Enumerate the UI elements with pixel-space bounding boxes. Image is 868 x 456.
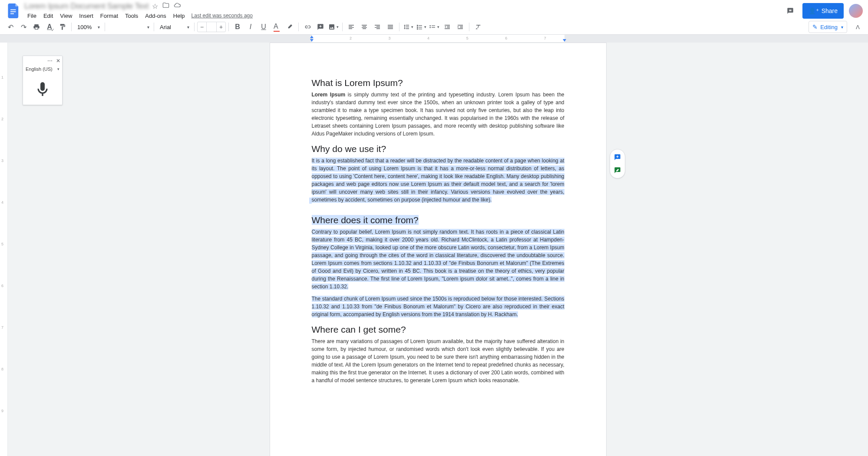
align-center-button[interactable] <box>358 21 370 33</box>
person-icon: 👤⁺ <box>809 7 819 14</box>
align-left-button[interactable] <box>345 21 357 33</box>
font-size-control: − + <box>197 22 226 32</box>
line-spacing-button[interactable] <box>402 21 414 33</box>
spellcheck-button[interactable]: A✓ <box>43 21 56 33</box>
menu-file[interactable]: File <box>24 12 40 20</box>
insert-link-button[interactable] <box>301 21 314 33</box>
print-button[interactable] <box>30 21 43 33</box>
star-icon[interactable]: ☆ <box>152 2 158 10</box>
font-family-select[interactable]: Arial <box>157 22 191 32</box>
toolbar: ↶ ↷ A✓ 100% Arial − + B I U A Editing ᐱ <box>0 19 868 35</box>
menu-bar: File Edit View Insert Format Tools Add-o… <box>24 11 783 20</box>
clear-formatting-button[interactable] <box>472 21 484 33</box>
text-color-button[interactable]: A <box>271 21 283 33</box>
hide-menus-button[interactable]: ᐱ <box>851 21 864 33</box>
menu-tools[interactable]: Tools <box>122 12 141 20</box>
open-comments-icon[interactable] <box>783 4 797 18</box>
svg-rect-1 <box>10 11 16 12</box>
svg-rect-0 <box>10 10 16 10</box>
increase-indent-button[interactable] <box>454 21 466 33</box>
bold-button[interactable]: B <box>231 21 244 33</box>
underline-button[interactable]: U <box>257 21 270 33</box>
paint-format-button[interactable] <box>56 21 69 33</box>
align-justify-button[interactable] <box>384 21 396 33</box>
zoom-select[interactable]: 100% <box>74 22 102 32</box>
undo-button[interactable]: ↶ <box>4 21 17 33</box>
document-title[interactable]: Lorem Ipsum Document Sample Text <box>24 2 149 11</box>
title-bar: Lorem Ipsum Document Sample Text ☆ File … <box>0 0 868 19</box>
align-right-button[interactable] <box>371 21 383 33</box>
menu-view[interactable]: View <box>57 12 75 20</box>
decrease-indent-button[interactable] <box>441 21 453 33</box>
italic-button[interactable]: I <box>244 21 257 33</box>
bulleted-list-button[interactable] <box>428 21 440 33</box>
menu-help[interactable]: Help <box>170 12 188 20</box>
font-size-increase[interactable]: + <box>217 23 225 30</box>
paragraph-style-select[interactable] <box>108 22 151 32</box>
menu-format[interactable]: Format <box>97 12 121 20</box>
share-button[interactable]: 👤⁺ Share <box>802 3 844 19</box>
cloud-status-icon[interactable] <box>174 2 181 10</box>
docs-logo-icon[interactable] <box>5 2 23 20</box>
share-label: Share <box>822 7 838 14</box>
menu-addons[interactable]: Add-ons <box>142 12 169 20</box>
last-edit-link[interactable]: Last edit was seconds ago <box>191 13 253 19</box>
add-comment-button[interactable] <box>314 21 327 33</box>
account-avatar[interactable] <box>849 4 863 18</box>
svg-rect-2 <box>10 13 14 14</box>
redo-button[interactable]: ↷ <box>17 21 30 33</box>
font-size-input[interactable] <box>206 22 217 32</box>
insert-image-button[interactable] <box>327 21 340 33</box>
checklist-button[interactable] <box>415 21 427 33</box>
editing-mode-select[interactable]: Editing <box>809 21 847 33</box>
font-size-decrease[interactable]: − <box>198 23 206 30</box>
menu-edit[interactable]: Edit <box>40 12 56 20</box>
move-icon[interactable] <box>162 2 169 10</box>
highlight-color-button[interactable] <box>284 21 296 33</box>
menu-insert[interactable]: Insert <box>76 12 96 20</box>
